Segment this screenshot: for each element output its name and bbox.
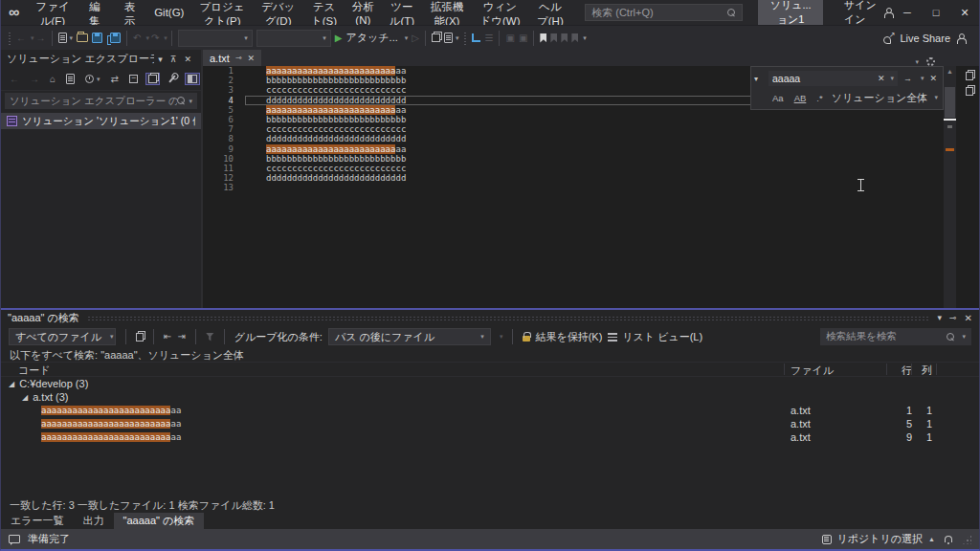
close-icon[interactable]: ✕ xyxy=(965,313,972,323)
clear-bookmarks-icon[interactable] xyxy=(571,33,578,43)
attach-button[interactable]: ▶ アタッチ... ▾ xyxy=(335,31,408,45)
editor-body[interactable]: 1aaaaaaaaaaaaaaaaaaaaaaaaaaa2bbbbbbbbbbb… xyxy=(203,66,979,308)
filter-icon[interactable] xyxy=(206,333,214,342)
panel-tab-0[interactable]: エラー一覧 xyxy=(1,513,74,529)
properties-icon[interactable] xyxy=(165,73,180,85)
toggle-bookmark-icon[interactable] xyxy=(540,33,546,43)
whole-word-toggle[interactable]: AB xyxy=(791,93,811,103)
column-file[interactable]: ファイル xyxy=(791,364,834,378)
platform-combobox[interactable]: ▾ xyxy=(256,30,331,47)
line-text[interactable]: aaaaaaaaaaaaaaaaaaaaaaaaaaa xyxy=(239,66,406,76)
results-folder-node[interactable]: ◢ C:¥develop (3) xyxy=(1,377,979,390)
navigate-back-icon[interactable]: ← xyxy=(16,33,26,43)
menu-item-9[interactable]: 拡張機能(X) xyxy=(423,0,472,25)
solution-explorer-header[interactable]: ソリューション エクスプローラー ▾ ⊼ ✕ xyxy=(1,50,201,68)
collapse-all-icon[interactable] xyxy=(126,73,141,85)
start-without-debugging-icon[interactable]: ▷ xyxy=(412,33,419,43)
preview-selected-items-icon[interactable] xyxy=(185,73,200,85)
menu-item-7[interactable]: 分析(N) xyxy=(345,0,381,25)
quick-search-input[interactable] xyxy=(591,7,727,18)
pin-icon[interactable]: ⊼ xyxy=(167,55,181,64)
menu-item-10[interactable]: ウィンドウ(W) xyxy=(471,0,528,25)
find-results-header[interactable]: "aaaaa" の検索 ▾ ⊸ ✕ xyxy=(1,310,979,325)
sign-in-button[interactable]: サインイン xyxy=(844,0,893,27)
sync-with-active-document-icon[interactable]: ⇄ xyxy=(108,73,122,86)
indent-icon[interactable]: ☰ xyxy=(484,33,493,43)
pin-icon[interactable]: ⊸ xyxy=(949,313,957,322)
new-project-icon[interactable] xyxy=(58,33,67,43)
resize-grip[interactable] xyxy=(962,535,971,544)
overflow-dropdown-icon[interactable]: ▾ xyxy=(456,34,459,42)
list-view-button[interactable]: リスト ビュー(L) xyxy=(608,330,702,344)
comment-icon[interactable]: ▣ xyxy=(505,33,514,43)
file-filter-combobox[interactable]: すべてのファイル ▾ xyxy=(9,328,116,345)
switch-views-icon[interactable] xyxy=(63,72,78,86)
menu-item-3[interactable]: Git(G) xyxy=(147,0,190,25)
code-line-12[interactable]: 12ddddddddddddddddddddddddddd xyxy=(203,173,943,183)
line-text[interactable]: bbbbbbbbbbbbbbbbbbbbbbbbbbb xyxy=(239,76,406,85)
code-line-6[interactable]: 6bbbbbbbbbbbbbbbbbbbbbbbbbbb xyxy=(203,115,943,124)
code-line-9[interactable]: 9aaaaaaaaaaaaaaaaaaaaaaaaaaa xyxy=(203,144,943,154)
undo-icon[interactable]: ↶ xyxy=(133,33,141,43)
close-icon[interactable]: ✕ xyxy=(180,55,195,64)
cursor-mode-icon[interactable] xyxy=(472,33,480,42)
previous-location-icon[interactable]: ⇤ xyxy=(164,332,171,342)
panel-tab-2[interactable]: "aaaaa" の検索 xyxy=(114,513,205,529)
find-input-box[interactable]: ✕ ▾ xyxy=(768,71,898,86)
line-text[interactable]: ccccccccccccccccccccccccccc xyxy=(239,164,406,173)
menu-item-8[interactable]: ツール(T) xyxy=(381,0,423,25)
next-bookmark-icon[interactable] xyxy=(561,33,568,43)
menu-item-0[interactable]: ファイル(F) xyxy=(28,0,77,25)
group-level-dropdown-icon[interactable]: ▾ xyxy=(500,333,503,341)
close-find-icon[interactable]: ✕ xyxy=(926,74,940,83)
minimize-button[interactable]: ─ xyxy=(893,0,922,25)
line-text[interactable]: ccccccccccccccccccccccccccc xyxy=(239,85,406,95)
clear-search-icon[interactable]: ✕ xyxy=(875,74,888,83)
save-icon[interactable] xyxy=(92,33,102,43)
line-text[interactable]: aaaaaaaaaaaaaaaaaaaaaaaaaaa xyxy=(239,105,406,115)
expand-replace-chevron-icon[interactable]: ▾ xyxy=(754,75,766,83)
find-in-files-icon[interactable] xyxy=(432,33,440,42)
notifications-bell-icon[interactable] xyxy=(945,536,952,542)
toolbar-grip[interactable] xyxy=(8,32,11,45)
live-share-button[interactable]: Live Share xyxy=(883,33,975,44)
line-text[interactable]: aaaaaaaaaaaaaaaaaaaaaaaaaaa xyxy=(239,144,406,154)
results-file-node[interactable]: ◢ a.txt (3) xyxy=(1,390,979,404)
group-by-combobox[interactable]: パス の後にファイル ▾ xyxy=(328,328,491,345)
save-all-icon[interactable] xyxy=(110,33,121,43)
bookmark-overflow-icon[interactable]: ▾ xyxy=(583,34,587,42)
scrollbar-thumb[interactable] xyxy=(945,87,955,118)
results-search-box[interactable]: 検索結果を検索 ▾ xyxy=(820,328,971,345)
feedback-icon[interactable] xyxy=(9,535,20,543)
repository-picker[interactable]: リポジトリの選択 ▲ xyxy=(822,532,935,546)
window-position-menu-icon[interactable]: ▾ xyxy=(938,313,943,322)
uncomment-icon[interactable]: ▣ xyxy=(519,33,527,43)
find-input[interactable] xyxy=(772,73,875,84)
code-line-7[interactable]: 7ccccccccccccccccccccccccccc xyxy=(203,124,943,134)
window-position-menu-icon[interactable]: ▾ xyxy=(154,55,167,64)
column-separator[interactable] xyxy=(911,364,912,375)
home-icon[interactable]: ⌂ xyxy=(47,73,58,86)
maximize-button[interactable]: □ xyxy=(922,0,950,25)
column-separator[interactable] xyxy=(784,364,785,375)
menu-item-4[interactable]: プロジェクト(P) xyxy=(190,0,253,25)
search-scope-dropdown[interactable]: ソリューション全体 ▾ xyxy=(830,91,940,105)
previous-bookmark-icon[interactable] xyxy=(550,33,557,43)
new-project-dropdown-icon[interactable]: ▾ xyxy=(70,34,74,42)
menu-item-2[interactable]: 表示(V) xyxy=(112,0,147,25)
search-history-dropdown-icon[interactable]: ▾ xyxy=(890,75,894,82)
editor-vertical-scrollbar[interactable]: ▲ xyxy=(944,66,956,308)
tab-a-txt[interactable]: a.txt ⊸ ✕ xyxy=(203,50,261,66)
find-next-dropdown-icon[interactable]: ▾ xyxy=(921,75,924,82)
line-text[interactable]: ddddddddddddddddddddddddddd xyxy=(239,173,406,183)
code-line-11[interactable]: 11ccccccccccccccccccccccccccc xyxy=(203,164,943,173)
redo-icon[interactable]: ↷ xyxy=(151,33,159,43)
line-text[interactable]: ddddddddddddddddddddddddddd xyxy=(239,96,406,105)
search-dropdown-icon[interactable]: ▾ xyxy=(962,333,966,341)
next-location-icon[interactable]: ⇥ xyxy=(177,332,185,342)
undo-dropdown-icon[interactable]: ▾ xyxy=(145,34,149,42)
menu-item-6[interactable]: テスト(S) xyxy=(302,0,345,25)
line-text[interactable]: bbbbbbbbbbbbbbbbbbbbbbbbbbb xyxy=(239,115,406,124)
open-folder-icon[interactable] xyxy=(77,33,88,42)
column-separator[interactable] xyxy=(886,364,887,375)
